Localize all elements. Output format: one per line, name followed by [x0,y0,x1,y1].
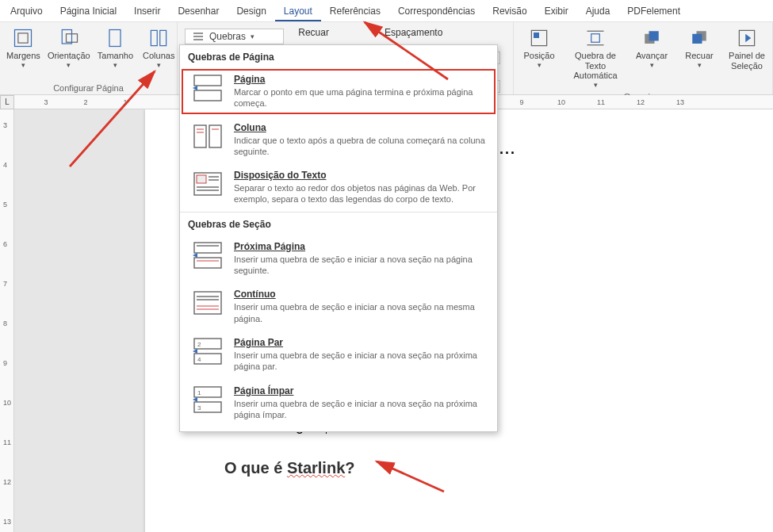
ruler-vertical[interactable]: 3 4 5 6 7 8 9 10 11 12 13 [0,109,14,532]
text-wrap-break-icon [191,170,224,198]
position-button[interactable]: Posição▾ [519,25,560,71]
svg-rect-21 [194,75,221,86]
svg-rect-5 [151,30,158,45]
orientation-button[interactable]: Orientação ▾ [48,25,90,71]
menu-ajuda[interactable]: Ajuda [577,1,619,21]
ribbon-group-arrange: Posição▾ Quebra de Texto Automática▾ Ava… [514,22,773,94]
dd-item-pagina-par[interactable]: 24 Página Par Inserir uma quebra de seçã… [180,331,497,379]
menu-correspondencias[interactable]: Correspondências [389,1,484,21]
bring-forward-icon [641,27,663,49]
margins-icon [12,27,34,49]
menu-pdfelement[interactable]: PDFelement [618,1,689,21]
dd-item-pagina-impar[interactable]: 13 Página Ímpar Inserir uma quebra de se… [180,379,497,427]
menu-exibir[interactable]: Exibir [536,1,577,21]
svg-rect-2 [62,30,71,44]
svg-rect-18 [692,34,702,44]
svg-rect-4 [109,30,121,47]
menu-arquivo[interactable]: Arquivo [2,1,52,21]
svg-rect-35 [194,243,221,253]
menu-desenhar[interactable]: Desenhar [169,1,228,21]
spacing-label: Espaçamento [385,27,442,38]
menu-revisao[interactable]: Revisão [484,1,535,21]
menu-bar: Arquivo Página Inicial Inserir Desenhar … [0,0,773,22]
svg-rect-30 [197,175,206,183]
next-page-section-icon [191,241,224,270]
menu-layout[interactable]: Layout [275,1,321,21]
dd-item-proxima-pagina[interactable]: Próxima Página Inserir uma quebra de seç… [180,235,497,283]
svg-marker-23 [193,86,197,90]
wrap-text-button[interactable]: Quebra de Texto Automática▾ [566,25,625,90]
svg-marker-49 [193,349,197,354]
svg-text:4: 4 [197,356,201,363]
orientation-icon [58,27,80,49]
column-break-icon [191,122,224,151]
chevron-down-icon: ▾ [251,33,254,40]
send-backward-icon [688,27,710,49]
svg-rect-12 [591,34,600,43]
dd-item-disposicao[interactable]: Disposição do Texto Separar o texto ao r… [180,163,497,212]
svg-rect-1 [18,33,28,43]
bring-forward-button[interactable]: Avançar▾ [631,25,672,71]
selection-pane-button[interactable]: Painel de Seleção [726,25,767,72]
svg-marker-54 [193,397,197,402]
margins-button[interactable]: Margens ▾ [5,25,42,71]
svg-marker-20 [745,34,751,43]
svg-text:3: 3 [197,404,201,411]
svg-rect-25 [209,125,221,147]
columns-icon [147,27,170,49]
breaks-dropdown-button[interactable]: Quebras ▾ [185,29,284,44]
selection-pane-icon [736,27,758,49]
svg-text:1: 1 [197,389,201,396]
page-setup-group-label: Configurar Página [5,82,172,93]
svg-rect-6 [160,30,166,45]
svg-rect-40 [194,292,221,314]
odd-page-section-icon: 13 [191,385,224,414]
svg-rect-11 [534,33,539,38]
heading-2: O que é Starlink? [224,459,732,477]
even-page-section-icon: 24 [191,337,224,366]
dd-item-continuo[interactable]: Contínuo Inserir uma quebra de seção e i… [180,282,497,331]
columns-button[interactable]: Colunas ▾ [141,25,176,71]
size-button[interactable]: Tamanho ▾ [96,25,135,71]
svg-rect-22 [194,90,221,101]
svg-rect-16 [649,31,659,40]
ribbon-group-page-setup: Margens ▾ Orientação ▾ Tamanho ▾ Colunas… [0,22,178,94]
breaks-dropdown-panel: Quebras de Página Página Marcar o ponto … [179,44,498,432]
size-icon [104,27,126,49]
dd-section-title-section: Quebras de Seção [180,212,497,235]
menu-design[interactable]: Design [228,1,274,21]
svg-rect-24 [194,125,206,147]
svg-marker-39 [193,253,197,258]
chevron-down-icon: ▾ [67,61,71,69]
breaks-icon [192,31,205,42]
chevron-down-icon: ▾ [157,61,161,69]
chevron-down-icon: ▾ [113,61,117,69]
menu-referencias[interactable]: Referências [321,1,389,21]
send-backward-button[interactable]: Recuar▾ [679,25,720,71]
wrap-text-icon [584,27,607,49]
ruler-corner[interactable]: L [0,95,14,109]
dd-item-pagina[interactable]: Página Marcar o ponto em que uma página … [180,67,497,116]
svg-text:2: 2 [197,341,201,348]
svg-rect-36 [194,258,221,268]
menu-pagina-inicial[interactable]: Página Inicial [52,1,125,21]
indent-label: Recuar [298,27,329,38]
chevron-down-icon: ▾ [21,61,25,69]
position-icon [528,27,550,49]
dd-section-title-page: Quebras de Página [180,45,497,67]
dd-item-coluna[interactable]: Coluna Indicar que o texto após a quebra… [180,116,497,164]
page-break-icon [191,74,224,102]
menu-inserir[interactable]: Inserir [125,1,169,21]
continuous-section-icon [191,289,224,317]
svg-rect-0 [15,30,32,47]
